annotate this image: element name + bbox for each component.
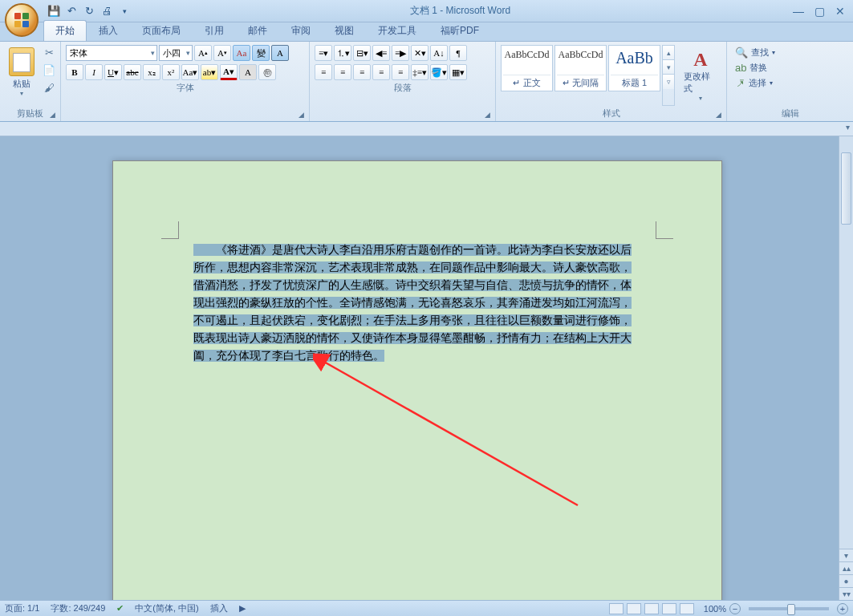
italic-button[interactable]: I [85,64,103,80]
tab-review[interactable]: 审阅 [279,20,323,41]
char-shading-button[interactable]: A [239,64,257,80]
clear-format-button[interactable]: Aa [233,45,250,61]
page[interactable]: 《将进酒》是唐代大诗人李白沿用乐府古题创作的一首诗。此诗为李白长安放还以后所作，… [112,160,722,600]
show-marks-button[interactable]: ¶ [449,45,467,61]
clipboard-launcher-icon[interactable]: ◢ [50,111,58,119]
font-size-combo[interactable]: 小四 [159,45,193,61]
tab-insert[interactable]: 插入 [87,20,130,41]
underline-button[interactable]: U▾ [104,64,122,80]
qat-more-icon[interactable]: ▾ [117,4,132,18]
line-spacing-button[interactable]: ‡≡▾ [411,64,429,80]
proofing-icon[interactable]: ✔ [116,603,124,614]
font-launcher-icon[interactable]: ◢ [299,111,307,119]
margin-mark [656,221,673,239]
tab-foxit[interactable]: 福昕PDF [429,20,491,41]
enclose-char-button[interactable]: ㊞ [258,64,276,80]
char-border-button[interactable]: A [271,45,289,61]
undo-icon[interactable]: ↶ [64,4,79,18]
view-outline[interactable] [662,603,676,614]
document-text[interactable]: 《将进酒》是唐代大诗人李白沿用乐府古题创作的一首诗。此诗为李白长安放还以后所作，… [193,241,641,365]
minimize-button[interactable]: — [789,4,808,18]
zoom-out-button[interactable]: − [729,603,741,614]
style-no-spacing[interactable]: AaBbCcDd ↵ 无间隔 [554,45,607,91]
ribbon-tabs: 开始 插入 页面布局 引用 邮件 审阅 视图 开发工具 福昕PDF [0,22,853,42]
maximize-button[interactable]: ▢ [810,4,829,18]
shading-button[interactable]: 🪣▾ [430,64,448,80]
macro-icon[interactable]: ▶ [239,603,246,614]
styles-launcher-icon[interactable]: ◢ [716,111,724,119]
document-area: 《将进酒》是唐代大诗人李白沿用乐府古题创作的一首诗。此诗为李白长安放还以后所作，… [0,136,853,600]
status-words[interactable]: 字数: 249/249 [51,602,105,614]
font-name-combo[interactable]: 宋体 [66,45,157,61]
style-normal[interactable]: AaBbCcDd ↵ 正文 [501,45,553,91]
office-button[interactable] [5,3,39,37]
sort-button[interactable]: A↓ [430,45,448,61]
tab-references[interactable]: 引用 [193,20,236,41]
align-right-button[interactable]: ≡ [353,64,371,80]
justify-button[interactable]: ≡ [372,64,390,80]
zoom-slider[interactable] [749,607,829,610]
select-button[interactable]: ⭷选择▾ [732,75,848,91]
highlight-button[interactable]: ab▾ [201,64,218,80]
ribbon: 粘贴 ▾ ✂ 📄 🖌 剪贴板 ◢ 宋体 小四 A▴ A▾ Aa 變 A B I … [0,42,853,122]
strikethrough-button[interactable]: abc [124,64,141,80]
replace-button[interactable]: ab替换 [732,60,848,75]
distribute-button[interactable]: ≡ [392,64,409,80]
indent-left-button[interactable]: ◀≡ [372,45,390,61]
redo-icon[interactable]: ↻ [82,4,96,18]
zoom-level[interactable]: 100% [704,604,726,614]
tab-developer[interactable]: 开发工具 [366,20,429,41]
cut-icon[interactable]: ✂ [42,45,56,59]
save-icon[interactable]: 💾 [47,4,61,18]
gallery-more-icon[interactable]: ▿ [663,75,674,89]
paragraph-launcher-icon[interactable]: ◢ [485,111,493,119]
font-color-button[interactable]: A▾ [220,64,238,80]
ltr-button[interactable]: ✕▾ [411,45,429,61]
gallery-up-icon[interactable]: ▴ [663,46,674,60]
next-page-icon[interactable]: ▾▾ [839,587,853,600]
vertical-scrollbar[interactable]: ▾ ▴▴ ● ▾▾ [839,136,853,600]
prev-page-icon[interactable]: ▴▴ [839,561,853,574]
zoom-in-button[interactable]: + [837,603,848,614]
print-preview-icon[interactable]: 🖨 [100,4,114,18]
change-styles-button[interactable]: A 更改样式 ▾ [680,45,721,106]
select-icon: ⭷ [735,77,745,89]
browse-object-icon[interactable]: ● [839,574,853,587]
margin-mark [161,221,179,239]
phonetic-guide-button[interactable]: 變 [252,45,270,61]
view-print-layout[interactable] [609,603,624,614]
view-draft[interactable] [680,603,694,614]
superscript-button[interactable]: x² [162,64,180,80]
view-full-screen[interactable] [627,603,641,614]
shrink-font-button[interactable]: A▾ [213,45,231,61]
copy-icon[interactable]: 📄 [42,63,56,77]
tab-mailings[interactable]: 邮件 [236,20,279,41]
scroll-down-icon[interactable]: ▾ [839,549,853,561]
change-case-button[interactable]: Aa▾ [181,64,199,80]
multilevel-button[interactable]: ⊟▾ [353,45,371,61]
view-web[interactable] [644,603,659,614]
style-heading1[interactable]: AaBb 标题 1 [608,45,660,91]
numbering-button[interactable]: ⒈▾ [334,45,351,61]
status-insert-mode[interactable]: 插入 [210,602,228,614]
tab-view[interactable]: 视图 [323,20,366,41]
status-page[interactable]: 页面: 1/1 [5,602,39,614]
align-center-button[interactable]: ≡ [334,64,351,80]
close-button[interactable]: ✕ [831,4,850,18]
find-button[interactable]: 🔍查找▾ [732,45,848,60]
scroll-thumb[interactable] [841,152,851,225]
group-styles: AaBbCcDd ↵ 正文 AaBbCcDd ↵ 无间隔 AaBb 标题 1 ▴… [496,42,727,121]
status-language[interactable]: 中文(简体, 中国) [135,602,198,614]
bold-button[interactable]: B [66,64,83,80]
bullets-button[interactable]: ≡▾ [315,45,332,61]
tab-home[interactable]: 开始 [43,20,87,41]
paste-button[interactable]: 粘贴 ▾ [5,45,39,106]
indent-right-button[interactable]: ≡▶ [392,45,409,61]
grow-font-button[interactable]: A▴ [194,45,212,61]
subscript-button[interactable]: x₂ [143,64,160,80]
gallery-down-icon[interactable]: ▾ [663,60,674,75]
format-painter-icon[interactable]: 🖌 [42,80,56,95]
tab-layout[interactable]: 页面布局 [130,20,193,41]
align-left-button[interactable]: ≡ [315,64,332,80]
borders-button[interactable]: ▦▾ [449,64,467,80]
